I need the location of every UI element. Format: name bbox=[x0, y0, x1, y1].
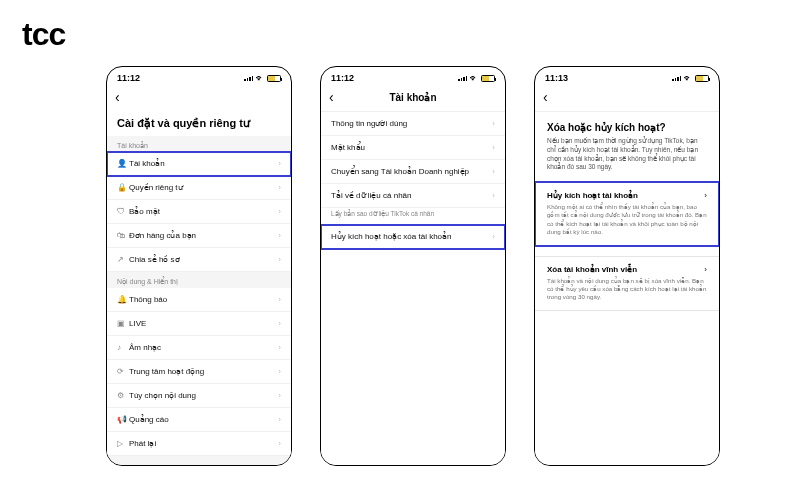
row-content-pref[interactable]: ⚙Tùy chọn nội dung› bbox=[107, 384, 291, 408]
status-indicators: ᯤ bbox=[458, 74, 495, 83]
row-label: Âm nhạc bbox=[129, 343, 278, 352]
phone-2: 11:12 ᯤ ‹ Tài khoản Thông tin người dùng… bbox=[320, 66, 506, 466]
row-user-info[interactable]: Thông tin người dùng› bbox=[321, 112, 505, 136]
nav-bar: ‹ bbox=[535, 85, 719, 112]
row-label: Tùy chọn nội dung bbox=[129, 391, 278, 400]
row-label: LIVE bbox=[129, 319, 278, 328]
chevron-right-icon: › bbox=[492, 191, 495, 200]
row-label: Tải về dữ liệu cá nhân bbox=[331, 191, 492, 200]
chevron-right-icon: › bbox=[704, 191, 707, 200]
screen-deactivate: Xóa hoặc hủy kích hoạt? Nếu bạn muốn tạm… bbox=[535, 112, 719, 465]
chevron-right-icon: › bbox=[492, 143, 495, 152]
wifi-icon: ᯤ bbox=[470, 74, 478, 83]
row-switch-business[interactable]: Chuyển sang Tài khoản Doanh nghiệp› bbox=[321, 160, 505, 184]
chevron-right-icon: › bbox=[278, 415, 281, 424]
row-label: Chuyển sang Tài khoản Doanh nghiệp bbox=[331, 167, 492, 176]
status-indicators: ᯤ bbox=[672, 74, 709, 83]
row-label: Thông tin người dùng bbox=[331, 119, 492, 128]
chevron-right-icon: › bbox=[278, 255, 281, 264]
row-orders[interactable]: 🛍Đơn hàng của bạn› bbox=[107, 224, 291, 248]
row-notifications[interactable]: 🔔Thông báo› bbox=[107, 288, 291, 312]
row-download-data[interactable]: Tải về dữ liệu cá nhân› bbox=[321, 184, 505, 208]
row-password[interactable]: Mật khẩu› bbox=[321, 136, 505, 160]
row-account[interactable]: 👤Tài khoản› bbox=[107, 152, 291, 176]
row-icon: 👤 bbox=[117, 159, 129, 168]
nav-bar: ‹ bbox=[107, 85, 291, 111]
row-icon: ↗ bbox=[117, 255, 129, 264]
section-header: Tài khoản bbox=[107, 136, 291, 152]
wifi-icon: ᯤ bbox=[684, 74, 692, 83]
status-bar: 11:12 ᯤ bbox=[107, 67, 291, 85]
row-label: Trung tâm hoạt động bbox=[129, 367, 278, 376]
card-delete[interactable]: Xóa tài khoản vĩnh viễn›Tài khoản và nội… bbox=[535, 256, 719, 311]
status-indicators: ᯤ bbox=[244, 74, 281, 83]
status-time: 11:12 bbox=[331, 73, 354, 83]
chevron-right-icon: › bbox=[278, 207, 281, 216]
chevron-right-icon: › bbox=[492, 167, 495, 176]
row-deactivate-delete[interactable]: Hủy kích hoạt hoặc xóa tài khoản› bbox=[321, 225, 505, 249]
signal-icon bbox=[672, 76, 681, 81]
chevron-right-icon: › bbox=[278, 159, 281, 168]
chevron-right-icon: › bbox=[704, 265, 707, 274]
battery-icon bbox=[695, 75, 709, 82]
row-subtext: Lấy bản sao dữ liệu TikTok cá nhân bbox=[321, 208, 505, 225]
chevron-right-icon: › bbox=[278, 183, 281, 192]
card-title: Hủy kích hoạt tài khoản bbox=[547, 191, 638, 200]
screen-account: Thông tin người dùng›Mật khẩu›Chuyển san… bbox=[321, 112, 505, 465]
row-security[interactable]: 🛡Bảo mật› bbox=[107, 200, 291, 224]
wifi-icon: ᯤ bbox=[256, 74, 264, 83]
row-share-profile[interactable]: ↗Chia sẻ hồ sơ› bbox=[107, 248, 291, 272]
row-label: Bảo mật bbox=[129, 207, 278, 216]
row-icon: ▣ bbox=[117, 319, 129, 328]
row-activity[interactable]: ⟳Trung tâm hoạt động› bbox=[107, 360, 291, 384]
row-icon: ⚙ bbox=[117, 391, 129, 400]
row-label: Quyền riêng tư bbox=[129, 183, 278, 192]
row-music[interactable]: ♪Âm nhạc› bbox=[107, 336, 291, 360]
status-bar: 11:12 ᯤ bbox=[321, 67, 505, 85]
row-label: Phát lại bbox=[129, 439, 278, 448]
section-header: Nội dung & Hiển thị bbox=[107, 272, 291, 288]
row-label: Quảng cáo bbox=[129, 415, 278, 424]
screen-settings: Cài đặt và quyền riêng tư Tài khoản👤Tài … bbox=[107, 111, 291, 465]
row-icon: 🛍 bbox=[117, 231, 129, 240]
row-icon: 📢 bbox=[117, 415, 129, 424]
row-label: Đơn hàng của bạn bbox=[129, 231, 278, 240]
row-label: Mật khẩu bbox=[331, 143, 492, 152]
card-deactivate[interactable]: Hủy kích hoạt tài khoản›Không một ai có … bbox=[535, 182, 719, 245]
intro-text: Nếu bạn muốn tạm thời ngừng sử dụng TikT… bbox=[535, 137, 719, 182]
back-button[interactable]: ‹ bbox=[543, 89, 557, 105]
nav-title: Tài khoản bbox=[321, 92, 505, 103]
chevron-right-icon: › bbox=[278, 231, 281, 240]
back-button[interactable]: ‹ bbox=[115, 89, 129, 105]
signal-icon bbox=[458, 76, 467, 81]
battery-icon bbox=[267, 75, 281, 82]
status-time: 11:12 bbox=[117, 73, 140, 83]
phone-1: 11:12 ᯤ ‹ Cài đặt và quyền riêng tư Tài … bbox=[106, 66, 292, 466]
status-time: 11:13 bbox=[545, 73, 568, 83]
card-description: Tài khoản và nội dung của bạn sẽ bị xóa … bbox=[547, 274, 707, 302]
card-title: Xóa tài khoản vĩnh viễn bbox=[547, 265, 637, 274]
status-bar: 11:13 ᯤ bbox=[535, 67, 719, 85]
nav-bar: ‹ Tài khoản bbox=[321, 85, 505, 112]
row-live[interactable]: ▣LIVE› bbox=[107, 312, 291, 336]
row-icon: ▷ bbox=[117, 439, 129, 448]
row-label: Chia sẻ hồ sơ bbox=[129, 255, 278, 264]
chevron-right-icon: › bbox=[278, 439, 281, 448]
row-label: Thông báo bbox=[129, 295, 278, 304]
chevron-right-icon: › bbox=[492, 119, 495, 128]
page-title: Cài đặt và quyền riêng tư bbox=[107, 111, 291, 136]
row-icon: ⟳ bbox=[117, 367, 129, 376]
battery-icon bbox=[481, 75, 495, 82]
row-playback[interactable]: ▷Phát lại› bbox=[107, 432, 291, 456]
row-privacy[interactable]: 🔒Quyền riêng tư› bbox=[107, 176, 291, 200]
chevron-right-icon: › bbox=[278, 319, 281, 328]
phone-row: 11:12 ᯤ ‹ Cài đặt và quyền riêng tư Tài … bbox=[106, 66, 720, 466]
row-icon: 🔒 bbox=[117, 183, 129, 192]
signal-icon bbox=[244, 76, 253, 81]
row-icon: 🛡 bbox=[117, 207, 129, 216]
card-description: Không một ai có thể nhìn thấy tài khoản … bbox=[547, 200, 707, 236]
chevron-right-icon: › bbox=[278, 295, 281, 304]
chevron-right-icon: › bbox=[278, 367, 281, 376]
row-ads[interactable]: 📢Quảng cáo› bbox=[107, 408, 291, 432]
chevron-right-icon: › bbox=[492, 232, 495, 241]
